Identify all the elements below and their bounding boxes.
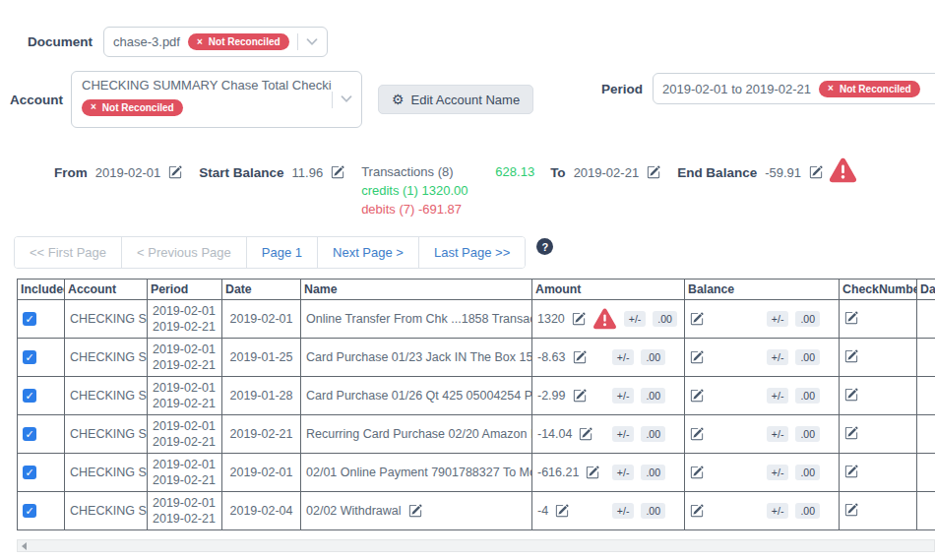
edit-icon[interactable] bbox=[579, 427, 592, 441]
included-checkbox[interactable]: ✓ bbox=[23, 312, 36, 326]
edit-icon[interactable] bbox=[572, 312, 586, 326]
date-cell: 2019-02-01 bbox=[222, 454, 301, 492]
edit-icon[interactable] bbox=[844, 503, 858, 517]
current-page-button[interactable]: Page 1 bbox=[246, 237, 317, 268]
horizontal-scrollbar[interactable] bbox=[17, 539, 935, 552]
period-end: 2019-02-21 bbox=[153, 472, 217, 488]
transactions-table: Included Account Period Date Name Amount… bbox=[17, 279, 935, 530]
edit-icon[interactable] bbox=[690, 312, 704, 326]
sign-toggle-button[interactable]: +/- bbox=[612, 465, 635, 481]
date2-cell bbox=[917, 454, 935, 492]
chevron-down-icon[interactable] bbox=[306, 38, 318, 46]
help-icon[interactable]: ? bbox=[536, 238, 553, 255]
sign-toggle-button[interactable]: +/- bbox=[612, 426, 635, 443]
cents-button[interactable]: .00 bbox=[795, 465, 820, 481]
edit-icon[interactable] bbox=[844, 465, 858, 478]
end-balance-warning-icon bbox=[829, 157, 857, 183]
last-page-button[interactable]: Last Page >> bbox=[418, 237, 525, 268]
previous-page-button[interactable]: < Previous Page bbox=[121, 237, 246, 268]
period-select[interactable]: 2019-02-01 to 2019-02-21 ×Not Reconciled bbox=[653, 73, 935, 104]
chevron-down-icon[interactable] bbox=[341, 95, 352, 103]
included-checkbox[interactable]: ✓ bbox=[23, 504, 36, 518]
edit-icon[interactable] bbox=[586, 466, 599, 479]
cents-button[interactable]: .00 bbox=[795, 311, 820, 328]
sign-toggle-button[interactable]: +/- bbox=[767, 465, 789, 481]
account-select[interactable]: CHECKING SUMMARY Chase Total Checking ×N… bbox=[71, 71, 362, 128]
cents-button[interactable]: .00 bbox=[641, 388, 665, 404]
cents-button[interactable]: .00 bbox=[653, 311, 677, 328]
period-start: 2019-02-01 bbox=[153, 495, 217, 511]
scroll-left-arrow-icon[interactable] bbox=[22, 542, 27, 550]
cents-button[interactable]: .00 bbox=[795, 503, 820, 520]
edit-icon[interactable] bbox=[331, 165, 344, 179]
amount-value: -8.63 bbox=[537, 350, 566, 364]
included-checkbox[interactable]: ✓ bbox=[23, 466, 36, 479]
table-row: ✓ CHECKING SUI 2019-02-012019-02-21 2019… bbox=[18, 377, 935, 415]
transactions-label: Transactions (8) bbox=[361, 162, 453, 181]
edit-icon[interactable] bbox=[690, 350, 704, 364]
edit-icon[interactable] bbox=[690, 466, 704, 479]
sign-toggle-button[interactable]: +/- bbox=[612, 503, 635, 520]
edit-icon[interactable] bbox=[844, 426, 858, 440]
cents-button[interactable]: .00 bbox=[795, 349, 820, 366]
col-header-name: Name bbox=[301, 280, 532, 300]
from-value: 2019-02-01 bbox=[95, 165, 161, 180]
name-cell: Card Purchase 01/26 Qt 425 05004254 Phoe… bbox=[301, 377, 532, 415]
cents-button[interactable]: .00 bbox=[795, 388, 820, 404]
balance-cell: +/- .00 bbox=[685, 492, 840, 530]
next-page-button[interactable]: Next Page > bbox=[317, 237, 418, 268]
cents-button[interactable]: .00 bbox=[641, 349, 665, 366]
included-checkbox[interactable]: ✓ bbox=[23, 350, 36, 364]
sign-toggle-button[interactable]: +/- bbox=[624, 311, 647, 328]
edit-icon[interactable] bbox=[690, 427, 704, 441]
edit-icon[interactable] bbox=[844, 388, 858, 402]
period-start: 2019-02-01 bbox=[153, 342, 217, 357]
edit-icon[interactable] bbox=[573, 389, 587, 403]
sign-toggle-button[interactable]: +/- bbox=[767, 349, 789, 366]
period-end: 2019-02-21 bbox=[153, 434, 217, 450]
edit-account-name-button[interactable]: ⚙ Edit Account Name bbox=[378, 85, 533, 114]
end-balance-group: End Balance -59.91 bbox=[677, 162, 823, 182]
badge-label: Not Reconciled bbox=[840, 84, 911, 94]
cents-button[interactable]: .00 bbox=[641, 426, 665, 443]
period-row: Period 2019-02-01 to 2019-02-21 ×Not Rec… bbox=[601, 73, 935, 104]
sign-toggle-button[interactable]: +/- bbox=[767, 388, 789, 404]
sign-toggle-button[interactable]: +/- bbox=[767, 311, 789, 328]
sign-toggle-button[interactable]: +/- bbox=[767, 503, 789, 520]
included-checkbox[interactable]: ✓ bbox=[23, 389, 36, 403]
edit-icon[interactable] bbox=[844, 349, 858, 363]
table-row: ✓ CHECKING SUI 2019-02-012019-02-21 2019… bbox=[18, 454, 935, 492]
balance-cell: +/- .00 bbox=[685, 377, 840, 415]
to-value: 2019-02-21 bbox=[574, 165, 640, 180]
checknumber-cell bbox=[840, 300, 917, 339]
edit-icon[interactable] bbox=[555, 504, 569, 518]
document-select[interactable]: chase-3.pdf ×Not Reconciled bbox=[103, 27, 328, 57]
edit-icon[interactable] bbox=[844, 311, 858, 325]
edit-icon[interactable] bbox=[573, 350, 587, 364]
period-start: 2019-02-01 bbox=[153, 418, 217, 434]
name-text: Recurring Card Purchase 02/20 Amazon Pri… bbox=[306, 427, 532, 441]
name-text: 02/01 Online Payment 7901788327 To Mortg… bbox=[306, 466, 532, 479]
account-cell: CHECKING SUI bbox=[65, 492, 148, 530]
included-checkbox[interactable]: ✓ bbox=[23, 427, 36, 441]
date2-cell bbox=[917, 492, 935, 530]
first-page-button[interactable]: << First Page bbox=[15, 237, 121, 268]
edit-icon[interactable] bbox=[408, 504, 422, 518]
badge-label: Not Reconciled bbox=[102, 102, 174, 113]
date2-cell bbox=[917, 415, 935, 454]
edit-account-name-label: Edit Account Name bbox=[411, 93, 521, 107]
edit-icon[interactable] bbox=[809, 165, 823, 179]
edit-icon[interactable] bbox=[168, 165, 182, 179]
date2-cell bbox=[917, 339, 935, 377]
sign-toggle-button[interactable]: +/- bbox=[767, 426, 789, 443]
cents-button[interactable]: .00 bbox=[641, 503, 665, 520]
date2-cell bbox=[917, 300, 935, 339]
edit-icon[interactable] bbox=[690, 389, 704, 403]
edit-icon[interactable] bbox=[690, 504, 704, 518]
sign-toggle-button[interactable]: +/- bbox=[612, 388, 635, 404]
cents-button[interactable]: .00 bbox=[641, 465, 665, 481]
edit-icon[interactable] bbox=[647, 165, 660, 179]
cents-button[interactable]: .00 bbox=[795, 426, 820, 443]
sign-toggle-button[interactable]: +/- bbox=[612, 349, 635, 366]
col-header-account: Account bbox=[65, 280, 148, 300]
